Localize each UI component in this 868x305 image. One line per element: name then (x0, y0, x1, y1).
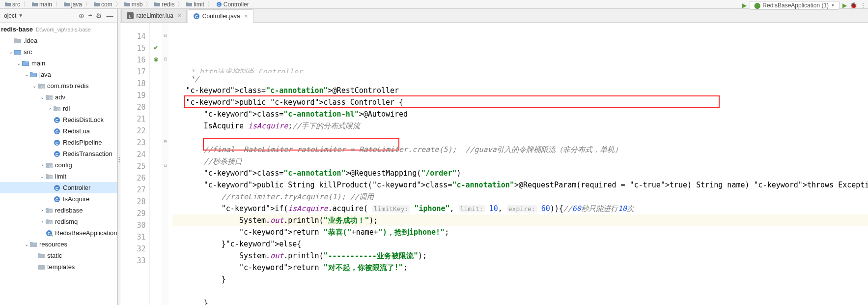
annotation-gutter-icon[interactable]: ✔ (154, 41, 158, 53)
tree-item-main[interactable]: ⌄main (0, 58, 117, 69)
fold-toggle[interactable]: ⊟ (162, 159, 168, 171)
tree-item-redisbase[interactable]: ›redisbase (0, 205, 117, 216)
tree-item-label: src (24, 48, 32, 56)
code-line[interactable]: */ (172, 73, 868, 85)
tree-item-templates[interactable]: templates (0, 261, 117, 273)
folder-icon (32, 1, 38, 7)
line-gutter: 1415161718192021222324252627282930313233 (120, 23, 150, 305)
breadcrumb-item[interactable]: msb (122, 1, 145, 8)
code-editor[interactable]: 1415161718192021222324252627282930313233… (120, 23, 868, 305)
tree-item--idea[interactable]: .idea (0, 35, 117, 46)
chevron-right-icon[interactable]: › (39, 219, 45, 224)
code-line[interactable]: "c-keyword">public String killProduct("c… (172, 179, 868, 191)
tree-item-RedisDistLock[interactable]: CRedisDistLock (0, 114, 117, 125)
tree-item-resources[interactable]: ⌄resources (0, 239, 117, 250)
sidebar-title[interactable]: oject (4, 12, 16, 19)
debug-icon[interactable]: 🐞 (850, 2, 857, 9)
code-line[interactable]: //秒杀接口 (172, 155, 868, 167)
breadcrumb-item[interactable]: main (30, 1, 54, 8)
chevron-down-icon[interactable]: ⌄ (24, 72, 29, 77)
tree-item-java[interactable]: ⌄java (0, 69, 117, 80)
hide-icon[interactable]: — (106, 12, 113, 20)
tree-item-com-msb-redis[interactable]: ⌄com.msb.redis (0, 80, 117, 92)
close-icon[interactable]: × (178, 12, 181, 19)
tree-item-src[interactable]: ⌄src (0, 46, 117, 58)
code-line[interactable]: "c-keyword">class="c-annotation">@RestCo… (172, 85, 868, 96)
tree-item-Controller[interactable]: CController (0, 182, 117, 193)
chevron-down-icon[interactable]: ⌄ (8, 49, 14, 55)
code-line[interactable]: //final RateLimiter rateLimiter = RateLi… (172, 144, 868, 155)
svg-text:C: C (56, 118, 59, 122)
tree-item-static[interactable]: static (0, 250, 117, 261)
code-line[interactable]: IsAcquire isAcquire;//手下的分布式限流 (172, 120, 868, 132)
tree-project-root[interactable]: redis-baseD:\work_vip\redis-base (0, 24, 117, 35)
line-number: 17 (120, 66, 145, 78)
chevron-down-icon[interactable]: ⌄ (16, 61, 22, 66)
tree-item-IsAcquire[interactable]: CIsAcquire (0, 193, 117, 205)
chevron-down-icon[interactable]: ⌄ (31, 83, 37, 89)
tree-item-RedisLua[interactable]: CRedisLua (0, 125, 117, 137)
code-line[interactable]: System.out.println("-----------业务被限流"); (172, 250, 868, 262)
code-line[interactable]: "c-keyword">public "c-keyword">class Con… (172, 96, 868, 108)
tab-Controller-java[interactable]: CController.java× (188, 9, 253, 23)
code-line[interactable]: //rateLimiter.tryAcquire(1); //调用 (172, 191, 868, 203)
code-line[interactable]: "c-keyword">class="c-annotation">@Reques… (172, 167, 868, 179)
code-line[interactable]: "c-keyword">class="c-annotation-hl">@Aut… (172, 108, 868, 120)
folder-icon (94, 1, 100, 7)
fold-toggle[interactable]: ⊟ (162, 30, 168, 41)
tree-item-RedisPipeline[interactable]: CRedisPipeline (0, 137, 117, 148)
code-line[interactable]: } (172, 297, 868, 305)
chevron-down-icon[interactable]: ⌄ (39, 94, 45, 100)
fold-toggle[interactable]: ⊟ (162, 136, 168, 148)
tree-item-limit[interactable]: ⌄limit (0, 171, 117, 182)
breadcrumb-item[interactable]: com (92, 1, 114, 8)
code-line[interactable]: "c-keyword">if(isAcquire.acquire( limitK… (172, 203, 868, 214)
code-line[interactable] (172, 285, 868, 297)
code-line[interactable]: * http请求控制类 Controller (172, 66, 868, 73)
tree-item-RedisTransaction[interactable]: CRedisTransaction (0, 148, 117, 159)
more-icon[interactable]: ⋮ (860, 2, 866, 9)
fold-toggle[interactable]: ⊟ (162, 53, 168, 65)
svg-rect-3 (23, 62, 28, 65)
fold-gutter[interactable]: ⊟⊟⊟⊟ (162, 23, 168, 305)
tree-item-redismq[interactable]: ›redismq (0, 216, 117, 227)
chevron-down-icon[interactable]: ⌄ (24, 242, 29, 247)
target-icon[interactable]: ⊕ (79, 12, 84, 20)
gear-icon[interactable]: ⚙ (96, 12, 102, 20)
code-line[interactable]: "c-keyword">return "对不起，你被限流了!"; (172, 262, 868, 274)
breadcrumb-item[interactable]: redis (152, 1, 176, 8)
breadcrumb-item[interactable]: CController (214, 1, 251, 8)
chevron-down-icon[interactable]: ▼ (18, 13, 23, 18)
build-icon[interactable]: ▶ (742, 2, 747, 9)
code-line[interactable]: } (172, 274, 868, 285)
chevron-right-icon[interactable]: › (47, 106, 53, 111)
run-icon[interactable]: ▶ (842, 2, 847, 9)
bean-gutter-icon[interactable]: ◉ (154, 53, 158, 65)
tree-item-RedisBaseApplication[interactable]: CRedisBaseApplication (0, 227, 117, 239)
tree-item-rdl[interactable]: ›rdl (0, 103, 117, 114)
run-config-dropdown[interactable]: ⬤ RedisBaseApplication (1) ▼ (750, 1, 840, 10)
code-line[interactable]: "c-keyword">return "恭喜("+name+")，抢到iphon… (172, 226, 868, 238)
code-content[interactable]: * http请求控制类 Controller */ "c-keyword">cl… (168, 23, 868, 305)
tree-item-adv[interactable]: ⌄adv (0, 92, 117, 103)
chevron-right-icon: 〉 (115, 0, 121, 8)
tab-rateLimiter-lua[interactable]: LrateLimiter.lua× (121, 9, 186, 22)
module-icon (29, 71, 37, 79)
line-number: 15 (120, 42, 145, 54)
chevron-right-icon[interactable]: › (39, 162, 45, 168)
tree-item-label: adv (55, 93, 65, 101)
breadcrumb-item[interactable]: java (62, 1, 84, 8)
code-line[interactable] (172, 132, 868, 144)
code-line[interactable]: System.out.println("业务成功！"); (172, 214, 868, 226)
svg-point-16 (50, 165, 52, 167)
tree-item-config[interactable]: ›config (0, 159, 117, 171)
project-tree[interactable]: redis-baseD:\work_vip\redis-base.idea⌄sr… (0, 23, 117, 305)
chevron-down-icon[interactable]: ⌄ (39, 174, 45, 179)
expand-icon[interactable]: ÷ (88, 12, 92, 20)
breadcrumb-item[interactable]: src (3, 1, 22, 8)
code-line[interactable]: }"c-keyword">else{ (172, 238, 868, 250)
breadcrumb-item[interactable]: limit (184, 1, 206, 8)
chevron-right-icon[interactable]: › (39, 208, 45, 213)
line-number: 25 (120, 160, 145, 172)
close-icon[interactable]: × (245, 13, 248, 20)
